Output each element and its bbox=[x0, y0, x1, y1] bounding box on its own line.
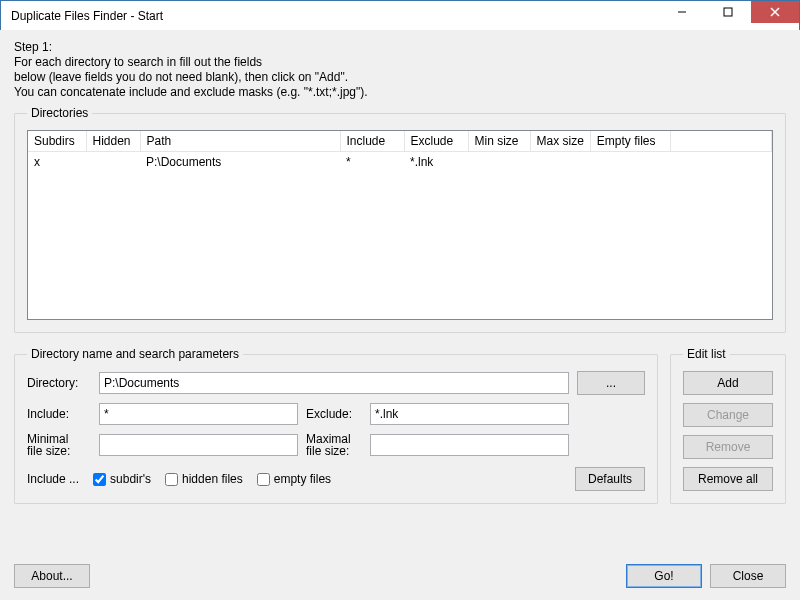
close-button[interactable] bbox=[751, 1, 799, 23]
cell-emptyfiles bbox=[590, 152, 670, 173]
directory-input[interactable] bbox=[99, 372, 569, 394]
cell-include: * bbox=[340, 152, 404, 173]
table-row[interactable]: x P:\Documents * *.lnk bbox=[28, 152, 772, 173]
step-line: below (leave fields you do not need blan… bbox=[14, 70, 786, 85]
directories-legend: Directories bbox=[27, 106, 92, 120]
remove-all-button[interactable]: Remove all bbox=[683, 467, 773, 491]
cell-minsize bbox=[468, 152, 530, 173]
step-line: For each directory to search in fill out… bbox=[14, 55, 786, 70]
col-maxsize[interactable]: Max size bbox=[530, 131, 590, 152]
include-input[interactable] bbox=[99, 403, 298, 425]
maxfs-label: Maximal file size: bbox=[306, 433, 362, 457]
include-label: Include: bbox=[27, 407, 91, 421]
directory-label: Directory: bbox=[27, 376, 91, 390]
cell-subdirs: x bbox=[28, 152, 86, 173]
maximize-button[interactable] bbox=[705, 1, 751, 23]
hidden-checkbox-label[interactable]: hidden files bbox=[165, 472, 243, 486]
directories-group: Directories Subdirs Hidden Path Include … bbox=[14, 106, 786, 333]
subdirs-checkbox[interactable] bbox=[93, 473, 106, 486]
content-area: Step 1: For each directory to search in … bbox=[0, 30, 800, 600]
params-group: Directory name and search parameters Dir… bbox=[14, 347, 658, 504]
maximize-icon bbox=[723, 7, 733, 17]
col-exclude[interactable]: Exclude bbox=[404, 131, 468, 152]
directories-table[interactable]: Subdirs Hidden Path Include Exclude Min … bbox=[28, 131, 772, 172]
window-title: Duplicate Files Finder - Start bbox=[11, 9, 659, 23]
table-header-row: Subdirs Hidden Path Include Exclude Min … bbox=[28, 131, 772, 152]
cell-hidden bbox=[86, 152, 140, 173]
window-controls bbox=[659, 1, 799, 30]
col-minsize[interactable]: Min size bbox=[468, 131, 530, 152]
browse-button[interactable]: ... bbox=[577, 371, 645, 395]
col-spacer bbox=[670, 131, 771, 152]
minimize-icon bbox=[677, 7, 687, 17]
col-path[interactable]: Path bbox=[140, 131, 340, 152]
cell-exclude: *.lnk bbox=[404, 152, 468, 173]
max-file-size-input[interactable] bbox=[370, 434, 569, 456]
close-icon bbox=[770, 7, 780, 17]
about-button[interactable]: About... bbox=[14, 564, 90, 588]
step-heading: Step 1: bbox=[14, 40, 786, 55]
params-legend: Directory name and search parameters bbox=[27, 347, 243, 361]
edit-list-group: Edit list Add Change Remove Remove all bbox=[670, 347, 786, 504]
include-opts-label: Include ... bbox=[27, 472, 79, 486]
exclude-input[interactable] bbox=[370, 403, 569, 425]
remove-button[interactable]: Remove bbox=[683, 435, 773, 459]
col-include[interactable]: Include bbox=[340, 131, 404, 152]
cell-maxsize bbox=[530, 152, 590, 173]
cell-path: P:\Documents bbox=[140, 152, 340, 173]
minfs-label: Minimal file size: bbox=[27, 433, 91, 457]
col-subdirs[interactable]: Subdirs bbox=[28, 131, 86, 152]
svg-rect-1 bbox=[724, 8, 732, 16]
hidden-checkbox[interactable] bbox=[165, 473, 178, 486]
close-dialog-button[interactable]: Close bbox=[710, 564, 786, 588]
subdirs-checkbox-label[interactable]: subdir's bbox=[93, 472, 151, 486]
go-button[interactable]: Go! bbox=[626, 564, 702, 588]
empty-checkbox[interactable] bbox=[257, 473, 270, 486]
step-instructions: Step 1: For each directory to search in … bbox=[14, 40, 786, 100]
minimize-button[interactable] bbox=[659, 1, 705, 23]
edit-list-legend: Edit list bbox=[683, 347, 730, 361]
defaults-button[interactable]: Defaults bbox=[575, 467, 645, 491]
footer-row: About... Go! Close bbox=[14, 564, 786, 588]
exclude-label: Exclude: bbox=[306, 407, 362, 421]
directories-table-wrap: Subdirs Hidden Path Include Exclude Min … bbox=[27, 130, 773, 320]
col-hidden[interactable]: Hidden bbox=[86, 131, 140, 152]
col-emptyfiles[interactable]: Empty files bbox=[590, 131, 670, 152]
empty-checkbox-label[interactable]: empty files bbox=[257, 472, 331, 486]
step-line: You can concatenate include and exclude … bbox=[14, 85, 786, 100]
change-button[interactable]: Change bbox=[683, 403, 773, 427]
min-file-size-input[interactable] bbox=[99, 434, 298, 456]
titlebar: Duplicate Files Finder - Start bbox=[1, 1, 799, 31]
add-button[interactable]: Add bbox=[683, 371, 773, 395]
